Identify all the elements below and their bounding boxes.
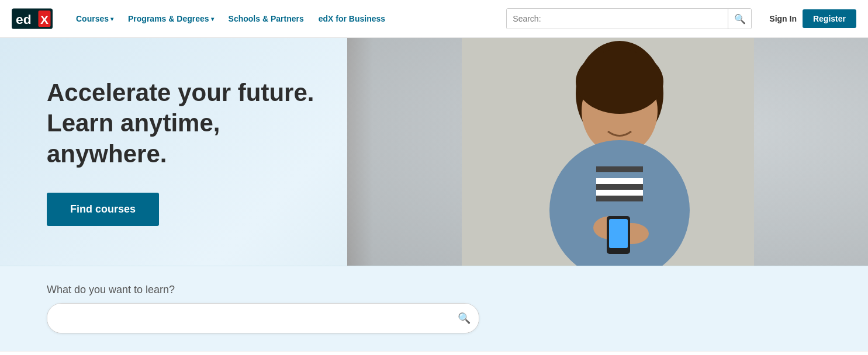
partners-strip: MIT Massachusetts Institute of Technolog… bbox=[0, 351, 868, 355]
edx-logo[interactable]: ed X bbox=[12, 7, 53, 30]
hero-title: Accelerate your future. Learn anytime, a… bbox=[47, 78, 339, 170]
nav-programs[interactable]: Programs & Degrees ▾ bbox=[122, 11, 220, 26]
navbar: ed X Courses ▾ Programs & Degrees ▾ Scho… bbox=[0, 0, 868, 38]
svg-point-7 bbox=[576, 50, 663, 114]
courses-chevron-icon: ▾ bbox=[110, 16, 113, 22]
hero-image bbox=[347, 38, 868, 266]
programs-chevron-icon: ▾ bbox=[211, 16, 214, 22]
nav-business[interactable]: edX for Business bbox=[313, 11, 391, 26]
find-courses-button[interactable]: Find courses bbox=[47, 193, 159, 226]
navbar-search-input[interactable] bbox=[507, 9, 728, 29]
hero-illustration bbox=[433, 38, 783, 266]
register-button[interactable]: Register bbox=[803, 9, 856, 28]
big-search-button[interactable]: 🔍 bbox=[449, 304, 479, 333]
svg-rect-10 bbox=[596, 166, 643, 172]
navbar-search-container: 🔍 bbox=[506, 8, 752, 29]
auth-links: Sign In Register bbox=[769, 9, 856, 28]
svg-rect-12 bbox=[596, 184, 643, 190]
svg-text:ed: ed bbox=[16, 12, 32, 27]
svg-rect-18 bbox=[609, 219, 628, 248]
svg-rect-11 bbox=[596, 178, 643, 184]
nav-schools[interactable]: Schools & Partners bbox=[223, 11, 310, 26]
svg-rect-13 bbox=[596, 190, 643, 196]
search-icon: 🔍 bbox=[734, 13, 746, 25]
big-search-icon: 🔍 bbox=[458, 312, 471, 325]
svg-text:X: X bbox=[40, 13, 49, 26]
svg-rect-14 bbox=[596, 196, 643, 201]
hero-section: Accelerate your future. Learn anytime, a… bbox=[0, 38, 868, 266]
hero-content: Accelerate your future. Learn anytime, a… bbox=[0, 43, 386, 262]
sign-in-link[interactable]: Sign In bbox=[769, 14, 797, 23]
nav-links: Courses ▾ Programs & Degrees ▾ Schools &… bbox=[70, 11, 500, 26]
search-section: What do you want to learn? 🔍 bbox=[0, 266, 868, 351]
search-section-label: What do you want to learn? bbox=[47, 284, 821, 296]
nav-courses[interactable]: Courses ▾ bbox=[70, 11, 119, 26]
big-search-container: 🔍 bbox=[47, 303, 479, 333]
big-search-input[interactable] bbox=[47, 304, 449, 333]
navbar-search-button[interactable]: 🔍 bbox=[728, 9, 751, 29]
